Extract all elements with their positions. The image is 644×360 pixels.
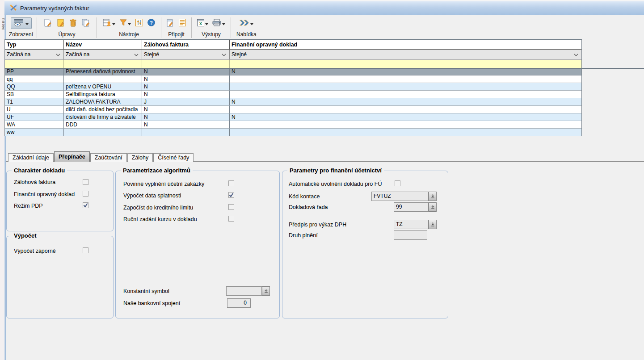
excel-export-button[interactable]: x	[197, 19, 209, 28]
checkbox-vypocet-data-splatnosti[interactable]	[228, 192, 234, 198]
tab-zalohy[interactable]: Zálohy	[127, 153, 153, 162]
filter-value-typ[interactable]	[5, 60, 64, 68]
toolbar-separator	[231, 17, 231, 38]
window-title: Parametry vydaných faktur	[20, 5, 89, 12]
toolbar-group-label: Připojit	[168, 31, 185, 38]
tab-zauctovani[interactable]: Zaúčtování	[90, 153, 127, 162]
druh-plneni-field[interactable]	[394, 230, 427, 240]
filter-value-zalohova[interactable]	[142, 60, 230, 68]
filter-operator-row: Začíná na Začíná na Stejné Stejné	[5, 50, 581, 60]
cell-typ: PP	[5, 68, 64, 75]
table-row[interactable]: ww	[5, 129, 581, 136]
attach-note-button[interactable]	[166, 18, 174, 29]
groupbox-parametrizace-algoritmu: Parametrizace algoritmů Povinné vyplnění…	[115, 171, 280, 318]
cell-fod	[230, 129, 581, 136]
toolbar-group-vystupy: x Výstupy	[193, 17, 230, 39]
konstantni-symbol-field[interactable]	[226, 286, 262, 296]
filter-operator-nazev[interactable]: Začíná na	[64, 50, 142, 60]
konstantni-symbol-dropdown-button[interactable]	[262, 286, 270, 296]
chevron-down-icon	[134, 51, 139, 58]
new-record-button[interactable]	[43, 18, 52, 29]
copy-record-button[interactable]	[81, 18, 90, 29]
groupbox-title: Parametrizace algoritmů	[121, 167, 193, 174]
cell-fod	[230, 121, 581, 129]
filter-row-divider	[4, 68, 644, 69]
table-row[interactable]: UF číslování dle firmy a uživatele N N	[5, 113, 581, 121]
filter-operator-typ[interactable]: Začíná na	[5, 50, 64, 60]
caret-down-icon	[25, 20, 29, 27]
checkbox-label: Výpočet data splatnosti	[123, 193, 181, 199]
checkbox-label: Započíst do kreditního limitu	[123, 205, 193, 211]
groupbox-charakter-dokladu: Charakter dokladu Zálohová faktura Finan…	[6, 171, 114, 231]
table-row[interactable]: QQ pořízena v OPENU N	[5, 83, 581, 91]
table-row[interactable]: PP Přenesená daňová povinnost N N	[5, 68, 581, 75]
cell-typ: qq	[5, 75, 64, 83]
cell-nazev	[64, 129, 142, 136]
filter-operator-label: Začíná na	[66, 51, 89, 58]
table-row[interactable]: T1 ZALOHOVA FAKTURA J N	[5, 98, 581, 106]
cell-nazev: ZALOHOVA FAKTURA	[64, 98, 142, 106]
cell-nazev: pořízena v OPENU	[64, 83, 142, 91]
toolbar-group-label: Výstupy	[202, 31, 221, 38]
delete-record-button[interactable]	[69, 18, 77, 29]
checkbox-automaticke-uvolneni-fu[interactable]	[395, 180, 400, 186]
view-mode-button[interactable]	[11, 17, 32, 29]
attach-note-icon	[167, 19, 174, 28]
toolbar-separator	[161, 17, 161, 38]
attach-list-button[interactable]	[178, 18, 186, 28]
predpis-pro-vykaz-dph-field[interactable]: TZ	[394, 220, 429, 229]
checkbox-rezim-pdp[interactable]	[83, 202, 88, 208]
filter-value-fod[interactable]	[230, 60, 581, 68]
tab-zakladni-udaje[interactable]: Základní údaje	[8, 153, 54, 162]
predpis-dph-dropdown-button[interactable]	[429, 220, 437, 229]
tab-prepinace[interactable]: Přepínače	[54, 151, 90, 162]
kod-kontace-dropdown-button[interactable]	[429, 192, 437, 201]
toolbar-group-label: Nástroje	[119, 31, 139, 38]
cell-zaloha: N	[142, 121, 230, 129]
cell-zaloha: N	[142, 91, 230, 98]
cell-typ: SB	[5, 91, 64, 98]
help-button[interactable]: ?	[147, 18, 156, 28]
print-button[interactable]	[212, 18, 226, 28]
checkbox-label: Finanční opravný doklad	[14, 191, 75, 198]
filter-operator-zalohova[interactable]: Stejné	[142, 50, 230, 60]
field-label: Naše bankovní spojení	[123, 300, 180, 307]
menu-actions-button[interactable]	[239, 19, 254, 28]
cell-fod	[230, 91, 581, 98]
filter-button[interactable]	[119, 19, 131, 28]
toolbar-group-zobrazeni: Zobrazení	[6, 17, 36, 39]
table-row[interactable]: U dilčí daň. doklad bez počítadla N	[5, 106, 581, 113]
field-label: Dokladová řada	[289, 204, 328, 211]
tab-ciselne-rady[interactable]: Číselné řady	[153, 153, 194, 162]
cell-fod	[230, 75, 581, 83]
table-row[interactable]: SB Selfbillingová faktura N	[5, 91, 581, 98]
chevron-down-icon	[574, 51, 578, 58]
nase-bankovni-spojeni-field[interactable]: 0	[227, 298, 251, 308]
column-header-zalohova-faktura[interactable]: Zálohová faktura	[142, 40, 230, 50]
svg-text:?: ?	[150, 20, 153, 25]
delete-record-icon	[70, 19, 76, 28]
toolbar-group-label: Zobrazení	[9, 31, 33, 38]
filter-operator-fod[interactable]: Stejné	[230, 50, 581, 60]
parameters-button[interactable]	[135, 18, 143, 28]
checkbox-vypocet-zaporne[interactable]	[83, 247, 88, 253]
checkbox-zapocist-do-kreditniho-limitu[interactable]	[228, 204, 234, 210]
column-header-nazev[interactable]: Název	[64, 40, 142, 50]
edit-record-button[interactable]	[56, 18, 65, 29]
filter-value-nazev[interactable]	[64, 60, 142, 68]
column-header-financni-opravny-doklad[interactable]: Finanční opravný doklad	[230, 40, 581, 50]
toolbar-separator	[97, 17, 97, 38]
table-row[interactable]: qq N	[5, 75, 581, 83]
kod-kontace-field[interactable]: FVTUZ	[371, 192, 429, 201]
checkbox-rucni-zadani-kurzu[interactable]	[228, 216, 234, 222]
data-tools-icon	[103, 19, 111, 28]
title-bar: Parametry vydaných faktur	[4, 1, 644, 15]
checkbox-povinne-vyplneni-ucetni-zakazky[interactable]	[228, 180, 234, 186]
dokladova-rada-dropdown-button[interactable]	[429, 202, 437, 212]
dokladova-rada-field[interactable]: 99	[394, 202, 429, 212]
data-tools-button[interactable]	[102, 18, 116, 28]
column-header-typ[interactable]: Typ	[5, 40, 64, 50]
table-row[interactable]: WA DDD N	[5, 121, 581, 129]
checkbox-zalohova-faktura[interactable]	[83, 179, 88, 185]
checkbox-financni-opravny-doklad[interactable]	[83, 191, 88, 197]
